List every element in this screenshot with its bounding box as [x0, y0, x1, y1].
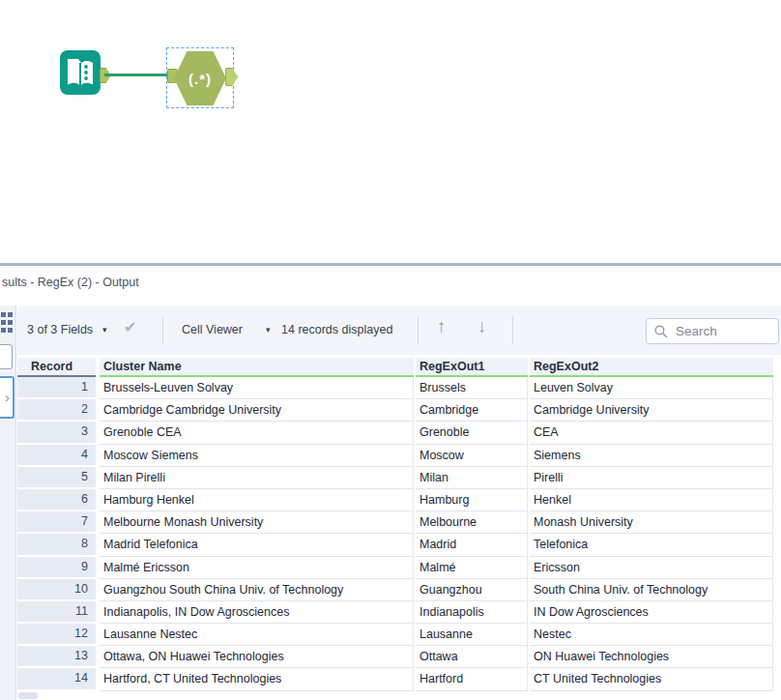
regexout1-cell[interactable]: Malmé [416, 557, 528, 579]
input-data-tool[interactable] [60, 50, 101, 95]
table-row: 9Malmé EricssonMalméEricsson [17, 557, 773, 579]
table-row: 2Cambridge Cambridge UniversityCambridge… [17, 399, 773, 422]
record-cell[interactable]: 4 [17, 445, 96, 467]
regexout1-cell[interactable]: Hamburg [416, 489, 528, 511]
search-input[interactable] [676, 324, 767, 338]
record-cell[interactable]: 7 [17, 511, 96, 534]
cluster-name-cell[interactable]: Hamburg Henkel [100, 489, 414, 511]
table-row: 8Madrid TelefonicaMadridTelefonica [17, 534, 773, 556]
regexout2-cell[interactable]: Pirelli [530, 467, 773, 489]
regexout1-cell[interactable]: Guangzhou [416, 579, 528, 601]
expand-pane-button[interactable]: › [0, 376, 14, 419]
regexout2-cell[interactable]: Nestec [530, 624, 773, 646]
table-row: 13Ottawa, ON Huawei TechnologiesOttawaON… [17, 646, 773, 668]
regexout1-cell[interactable]: Lausanne [416, 624, 528, 646]
regexout2-cell[interactable]: Cambridge University [530, 399, 773, 422]
cluster-name-cell[interactable]: Lausanne Nestec [100, 624, 414, 646]
search-icon [654, 325, 668, 338]
record-cell[interactable]: 9 [17, 557, 96, 579]
connection-wire[interactable] [104, 73, 172, 76]
table-row: 14Hartford, CT United TechnologiesHartfo… [17, 668, 773, 690]
record-cell[interactable]: 10 [17, 579, 96, 601]
cluster-name-cell[interactable]: Milan Pirelli [100, 467, 414, 489]
regexout2-cell[interactable]: Telefonica [530, 534, 773, 556]
cluster-name-cell[interactable]: Malmé Ericsson [100, 557, 414, 579]
regexout1-cell[interactable]: Melbourne [416, 511, 528, 534]
cell-viewer-caret-icon[interactable]: ▾ [266, 325, 271, 335]
table-row: 1Brussels-Leuven SolvayBrusselsLeuven So… [17, 377, 773, 399]
cluster-name-cell[interactable]: Hartford, CT United Technologies [100, 668, 414, 690]
cluster-name-cell[interactable]: Grenoble CEA [100, 422, 414, 444]
table-body: 1Brussels-Leuven SolvayBrusselsLeuven So… [17, 377, 773, 691]
regexout2-cell[interactable]: Leuven Solvay [530, 377, 773, 399]
cluster-name-cell[interactable]: Moscow Siemens [100, 445, 414, 467]
record-cell[interactable]: 6 [17, 489, 96, 511]
regexout2-cell[interactable]: CT United Technologies [530, 668, 773, 690]
fields-dropdown[interactable]: 3 of 3 Fields [27, 323, 93, 336]
results-pane-divider[interactable] [0, 263, 781, 266]
record-cell[interactable]: 12 [17, 624, 96, 646]
apply-check-icon[interactable]: ✔ [124, 318, 136, 336]
regex-tool-output-anchor [225, 68, 238, 86]
search-box[interactable] [646, 318, 779, 344]
horizontal-scrollbar-thumb[interactable] [18, 692, 38, 699]
table-header-row: Record Cluster Name RegExOut1 RegExOut2 [17, 358, 773, 377]
record-cell[interactable]: 13 [17, 646, 96, 668]
scroll-up-icon[interactable]: ↑ [437, 316, 447, 337]
regexout2-cell[interactable]: Monash University [530, 511, 773, 534]
regexout2-cell[interactable]: Henkel [530, 489, 773, 511]
results-pane-title: sults - RegEx (2) - Output [2, 276, 139, 289]
column-header-cluster-name[interactable]: Cluster Name [100, 358, 414, 377]
scroll-down-icon[interactable]: ↓ [477, 316, 487, 337]
cluster-name-cell[interactable]: Indianapolis, IN Dow Agrosciences [100, 601, 414, 624]
regexout2-cell[interactable]: South China Univ. of Technology [530, 579, 773, 601]
record-cell[interactable]: 3 [17, 422, 96, 444]
cluster-name-cell[interactable]: Madrid Telefonica [100, 534, 414, 556]
regexout2-cell[interactable]: CEA [530, 422, 773, 444]
regexout2-cell[interactable]: ON Huawei Technologies [530, 646, 773, 668]
regexout1-cell[interactable]: Hartford [416, 668, 528, 690]
record-cell[interactable]: 8 [17, 534, 96, 556]
record-cell[interactable]: 1 [17, 377, 96, 399]
column-header-regexout2[interactable]: RegExOut2 [530, 358, 773, 377]
regexout1-cell[interactable]: Milan [416, 467, 528, 489]
regexout2-cell[interactable]: IN Dow Agrosciences [530, 601, 773, 624]
input-data-book-icon [60, 50, 101, 95]
table-view-icon[interactable] [1, 312, 14, 334]
column-header-regexout1[interactable]: RegExOut1 [416, 358, 528, 377]
table-row: 5Milan PirelliMilanPirelli [17, 467, 773, 489]
toolbar-separator [162, 316, 163, 344]
record-cell[interactable]: 5 [17, 467, 96, 489]
record-cell[interactable]: 11 [17, 601, 96, 624]
cluster-name-cell[interactable]: Brussels-Leuven Solvay [100, 377, 414, 399]
records-displayed-status: 14 records displayed [281, 323, 392, 336]
regexout1-cell[interactable]: Brussels [416, 377, 528, 399]
cluster-name-cell[interactable]: Cambridge Cambridge University [100, 399, 414, 422]
record-cell[interactable]: 2 [17, 399, 96, 422]
cluster-name-cell[interactable]: Ottawa, ON Huawei Technologies [100, 646, 414, 668]
toolbar-separator [418, 316, 419, 344]
table-row: 6Hamburg HenkelHamburgHenkel [17, 489, 773, 511]
regexout1-cell[interactable]: Madrid [416, 534, 528, 556]
regexout2-cell[interactable]: Siemens [530, 445, 773, 467]
table-row: 10Guangzhou South China Univ. of Technol… [17, 579, 773, 601]
record-cell[interactable]: 14 [17, 668, 96, 690]
regexout1-cell[interactable]: Ottawa [416, 646, 528, 668]
table-row: 3Grenoble CEAGrenobleCEA [17, 422, 773, 444]
cell-viewer-dropdown[interactable]: Cell Viewer [182, 323, 243, 336]
results-toolbar: 3 of 3 Fields ▾ ✔ Cell Viewer ▾ 14 recor… [17, 306, 781, 355]
cluster-name-cell[interactable]: Melbourne Monash University [100, 511, 414, 534]
column-header-record[interactable]: Record [17, 358, 96, 377]
results-left-toolbar: › [0, 306, 16, 700]
regexout1-cell[interactable]: Cambridge [416, 399, 528, 422]
regexout1-cell[interactable]: Moscow [416, 445, 528, 467]
results-table: Record Cluster Name RegExOut1 RegExOut2 … [17, 358, 773, 691]
metadata-view-button[interactable] [0, 344, 13, 369]
cluster-name-cell[interactable]: Guangzhou South China Univ. of Technolog… [100, 579, 414, 601]
regexout1-cell[interactable]: Grenoble [416, 422, 528, 444]
table-row: 11Indianapolis, IN Dow AgrosciencesIndia… [17, 601, 773, 624]
regexout2-cell[interactable]: Ericsson [530, 557, 773, 579]
fields-dropdown-caret-icon[interactable]: ▾ [102, 325, 107, 335]
regex-tool-label: (.*) [188, 71, 212, 87]
regexout1-cell[interactable]: Indianapolis [416, 601, 528, 624]
